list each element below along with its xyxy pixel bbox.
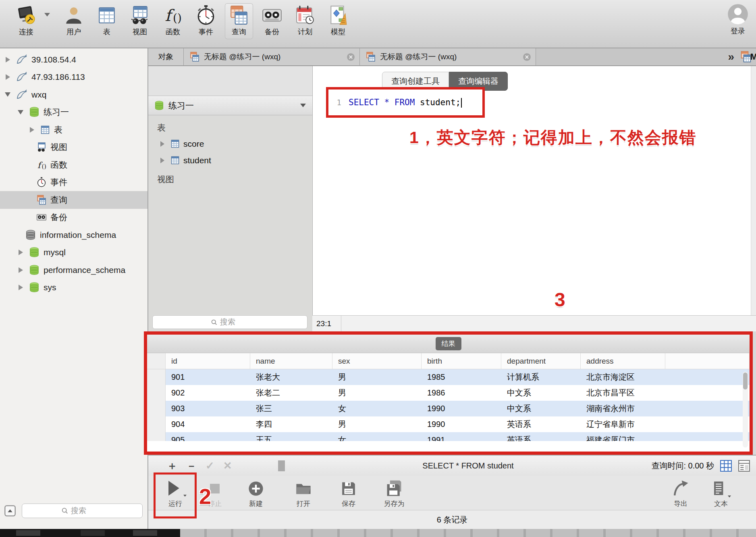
expand-arrow-icon[interactable] [16,285,25,290]
row-selector[interactable] [147,369,166,385]
close-icon[interactable] [522,52,532,62]
expand-arrow-icon[interactable] [3,57,12,62]
toolbar-item-event[interactable]: 事件 [192,3,220,39]
row-selector[interactable] [147,385,166,401]
toolbar-item-user[interactable]: 用户 [60,3,88,39]
open-button[interactable]: 打开 [285,477,322,508]
tab-query-1[interactable]: 无标题 @练习一 (wxq) [184,48,360,65]
row-selector[interactable] [147,432,166,441]
table-item-student[interactable]: student [148,152,312,169]
views-section-label: 视图 [148,172,312,187]
sql-editor[interactable]: 查询创建工具 查询编辑器 1 SELECT * FROM student; 1，… [312,66,756,315]
sidebar-item-connection-wxq[interactable]: wxq [0,86,147,104]
save-button[interactable]: 保存 [330,477,367,508]
editor-scrollbar[interactable] [751,66,756,315]
toolbar-item-view[interactable]: 视图 [126,3,154,39]
table-row[interactable]: 905 王五 女 1991 英语系 福建省厦门市 [147,432,750,441]
login-button[interactable]: 登录 [727,3,749,36]
add-record-icon[interactable]: ＋ [167,459,177,473]
chevron-down-icon[interactable] [44,13,50,17]
toolbar-item-model[interactable]: 模型 [324,3,352,39]
text-caret [461,98,462,108]
collapse-arrow-icon[interactable] [16,110,25,114]
table-row[interactable]: 901 张老大 男 1985 计算机系 北京市海淀区 [147,369,750,385]
column-header-id[interactable]: id [166,353,250,369]
expand-arrow-icon[interactable] [158,158,167,163]
delete-record-icon[interactable]: － [186,459,197,473]
query-tab-icon [366,52,376,62]
sidebar-item-connection-2[interactable]: 47.93.186.113 [0,69,147,86]
sidebar-item-events[interactable]: 事件 [0,174,147,191]
expand-arrow-icon[interactable] [158,141,167,147]
database-green-icon [154,100,164,111]
expand-arrow-icon[interactable] [3,74,12,80]
schema-search[interactable] [152,315,307,329]
table-row[interactable]: 904 李四 男 1990 英语系 辽宁省阜新市 [147,416,750,432]
table-item-score[interactable]: score [148,135,312,152]
run-button[interactable]: 运行 [157,477,193,508]
sidebar-search-input[interactable] [71,506,103,515]
toolbar-item-schedule[interactable]: 计划 [291,3,319,39]
column-header-address[interactable]: address [581,353,665,369]
tab-objects[interactable]: 对象 [148,48,184,65]
record-count-bar: 6 条记录 [148,510,756,529]
save-as-button[interactable]: 另存为 [374,477,414,508]
collapse-arrow-icon[interactable] [3,92,12,97]
avatar-icon [727,3,749,25]
schema-search-input[interactable] [220,318,249,327]
sidebar-item-views[interactable]: 视图 [0,139,147,156]
toolbar-item-query[interactable]: 查询 [225,3,253,39]
connection-sidebar: 39.108.54.4 47.93.186.113 wxq 练习一 表 [0,48,148,529]
column-header-sex[interactable]: sex [332,353,422,369]
expand-arrow-icon[interactable] [27,127,36,133]
sidebar-item-queries[interactable]: 查询 [0,191,147,209]
apply-changes-icon[interactable]: ✓ [206,460,214,472]
sidebar-search[interactable] [22,504,143,518]
sidebar-item-performance-schema[interactable]: performance_schema [0,261,147,279]
text-mode-button[interactable]: 文本 [707,477,735,508]
expand-arrow-icon[interactable] [16,250,25,255]
results-scrollbar[interactable] [743,372,748,448]
close-icon[interactable] [346,52,355,62]
column-header-birth[interactable]: birth [422,353,501,369]
tables-section-label: 表 [148,120,312,135]
discard-changes-icon[interactable]: ✕ [223,460,232,472]
sidebar-item-mysql[interactable]: mysql [0,244,147,262]
results-band: 结果 [147,335,750,353]
sidebar-item-functions[interactable]: f() 函数 [0,156,147,174]
toolbar-label: 连接 [19,27,33,37]
event-icon [195,5,216,26]
sidebar-item-database[interactable]: 练习一 [0,104,147,121]
toolbar-item-table[interactable]: 表 [93,3,121,39]
toolbar-item-function[interactable]: f() 函数 [159,3,187,39]
executed-sql-text: SELECT * FROM student [285,461,652,470]
background-photo-edge [0,529,180,537]
schema-panel-spacer [148,66,312,96]
new-button[interactable]: 新建 [238,477,274,508]
export-button[interactable]: 导出 [667,477,695,508]
sidebar-item-sys[interactable]: sys [0,279,147,297]
sidebar-item-tables[interactable]: 表 [0,121,147,139]
row-selector[interactable] [147,416,166,432]
svg-text:(): () [173,11,182,25]
tab-overflow-chevron[interactable]: » [728,51,734,62]
sidebar-item-backups[interactable]: 备份 [0,209,147,227]
column-header-name[interactable]: name [250,353,332,369]
expand-arrow-icon[interactable] [16,267,25,273]
database-selector[interactable]: 练习一 [148,96,312,115]
sidebar-item-information-schema[interactable]: information_schema [0,226,147,244]
toolbar-item-backup[interactable]: 备份 [258,3,286,39]
row-selector[interactable] [147,401,166,416]
line-number: 1 [328,98,341,107]
table-row[interactable]: 902 张老二 男 1986 中文系 北京市昌平区 [147,385,750,401]
grid-view-icon[interactable] [720,460,732,472]
tab-query-2[interactable]: 无标题 @练习一 (wxq) [360,48,536,65]
table-row[interactable]: 903 张三 女 1990 中文系 湖南省永州市 [147,401,750,416]
toolbar-item-connection[interactable]: 连接 [12,3,40,39]
column-header-department[interactable]: department [501,353,581,369]
panel-toggle-button[interactable] [3,505,17,517]
results-badge[interactable]: 结果 [436,337,461,350]
sidebar-item-connection-1[interactable]: 39.108.54.4 [0,51,147,69]
sql-statement[interactable]: SELECT * FROM student; [349,98,462,108]
form-view-icon[interactable] [738,460,750,472]
